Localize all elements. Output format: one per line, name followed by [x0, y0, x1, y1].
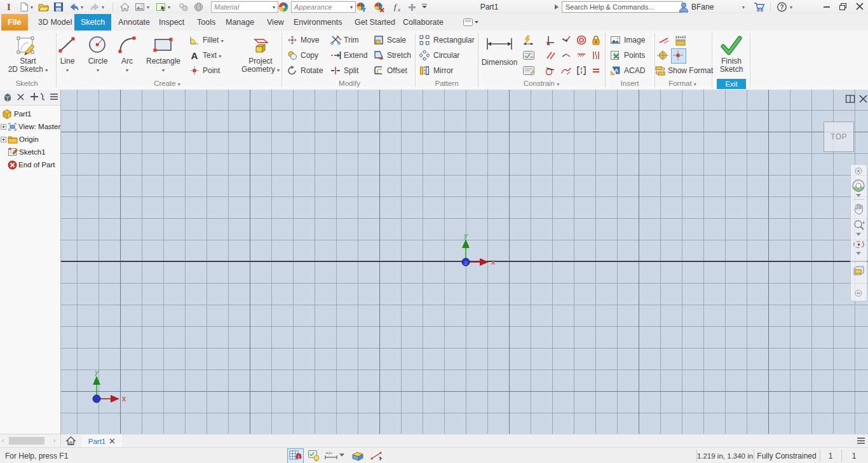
redo-button[interactable] — [90, 2, 100, 12]
scale-button[interactable]: Scale — [387, 36, 406, 45]
line-button[interactable]: Line▾ — [60, 57, 75, 74]
insert-image-button[interactable]: Image — [624, 36, 645, 45]
constraint-settings-icon[interactable] — [522, 66, 535, 76]
point-button[interactable]: Point — [203, 66, 220, 75]
material-dropdown-icon[interactable]: ▾ — [273, 4, 275, 10]
parameters-fx-button[interactable]: fx — [391, 1, 403, 13]
scroll-left-icon[interactable]: ‹ — [2, 437, 4, 444]
adjust-appearance-button[interactable] — [356, 2, 367, 12]
auto-dimension-icon[interactable] — [522, 35, 535, 45]
iproperties-icon[interactable] — [178, 2, 189, 12]
tree-item-label[interactable]: View: Master — [18, 123, 60, 130]
navbar-more-icon[interactable] — [855, 289, 862, 297]
home-button[interactable] — [119, 2, 130, 12]
infer-constraints-icon[interactable] — [308, 450, 320, 462]
tree-item-label[interactable]: Sketch1 — [19, 148, 46, 156]
dimension-button[interactable]: Dimension — [482, 59, 518, 67]
offset-button[interactable]: Offset — [387, 66, 407, 75]
project-geometry-button[interactable]: ProjectGeometry ▾ — [241, 57, 280, 74]
circular-pattern-button[interactable]: Circular — [433, 51, 459, 60]
tree-item-part1[interactable]: Part1 — [0, 107, 60, 120]
browser-scrollbar[interactable]: ‹ › — [0, 434, 61, 448]
title-flyout-arrow-icon[interactable] — [554, 4, 559, 10]
dimension-display-icon[interactable]: +/− — [324, 450, 338, 461]
tab-annotate[interactable]: Annotate — [112, 14, 156, 31]
tab-collaborate[interactable]: Collaborate — [397, 14, 450, 31]
home-tab-icon[interactable] — [65, 436, 76, 446]
extend-button[interactable]: Extend — [344, 51, 367, 60]
grid-snap-toggle[interactable] — [287, 448, 304, 463]
tab-view[interactable]: View — [261, 14, 290, 31]
text-button[interactable]: Text ▾ — [203, 51, 221, 60]
move-button[interactable]: Move — [301, 36, 319, 45]
smooth-constraint-icon[interactable] — [561, 66, 571, 76]
tree-item-label[interactable]: Part1 — [14, 110, 32, 118]
navbar-orbit-dropdown[interactable] — [856, 252, 861, 255]
coincident-constraint-icon[interactable] — [561, 35, 571, 45]
circle-button[interactable]: Circle▾ — [88, 57, 108, 74]
driven-dimension-icon[interactable]: H×H — [674, 34, 688, 46]
appearance-combobox[interactable]: Appearance▾ — [291, 1, 356, 13]
fillet-button[interactable]: Fillet ▾ — [203, 36, 224, 45]
tree-item-label[interactable]: End of Part — [18, 161, 55, 169]
insert-acad-button[interactable]: ACAD — [624, 66, 645, 75]
lock-constraint-icon[interactable] — [591, 35, 601, 45]
web-icon[interactable] — [193, 2, 204, 12]
tab-environments[interactable]: Environments — [287, 14, 348, 31]
slice-graphics-icon[interactable] — [351, 450, 365, 462]
zoom-icon[interactable]: ± — [853, 219, 865, 231]
ribbon-collapse-button[interactable] — [463, 18, 479, 27]
viewcube[interactable]: TOP — [824, 121, 854, 152]
construction-icon[interactable] — [658, 36, 670, 45]
tree-item-view-master[interactable]: View: Master — [0, 120, 60, 133]
tab-list-menu-icon[interactable] — [857, 437, 865, 445]
tab-get-started[interactable]: Get Started — [348, 14, 402, 31]
perpendicular-constraint-icon[interactable] — [545, 35, 555, 45]
rectangular-pattern-button[interactable]: Rectangular — [433, 36, 475, 45]
arc-button[interactable]: Arc▾ — [121, 57, 133, 74]
panel-label-create[interactable]: Create ▾ — [154, 79, 180, 87]
render-view-button[interactable] — [135, 2, 146, 12]
material-combobox[interactable]: Material▾ — [211, 1, 278, 13]
tree-item-origin[interactable]: Origin — [0, 133, 60, 146]
trim-button[interactable]: Trim — [344, 36, 359, 45]
dof-icon[interactable] — [370, 450, 384, 462]
rotate-button[interactable]: Rotate — [301, 66, 323, 75]
look-at-icon[interactable] — [853, 265, 865, 277]
split-button[interactable]: Split — [344, 66, 358, 75]
tab-3d-model[interactable]: 3D Model — [32, 14, 79, 31]
panel-label-constrain[interactable]: Constrain ▾ — [524, 79, 559, 87]
undo-button[interactable] — [69, 2, 79, 12]
concentric-constraint-icon[interactable] — [576, 35, 587, 45]
select-window-button[interactable] — [156, 2, 167, 12]
tab-manage[interactable]: Manage — [219, 14, 261, 31]
browser-add-icon[interactable] — [30, 92, 39, 101]
store-cart-icon[interactable] — [754, 2, 765, 12]
tab-inspect[interactable]: Inspect — [153, 14, 191, 31]
copy-button[interactable]: Copy — [301, 51, 318, 60]
browser-close-icon[interactable] — [17, 93, 25, 101]
equal-hatch-constraint-icon[interactable] — [576, 50, 587, 60]
save-button[interactable] — [53, 2, 64, 12]
split-view-button[interactable] — [845, 94, 855, 104]
appearance-dropdown-icon[interactable]: ▾ — [350, 4, 353, 10]
browser-menu-icon[interactable] — [50, 93, 58, 100]
select-window-dropdown[interactable]: ▾ — [168, 5, 170, 10]
new-file-dropdown[interactable]: ▾ — [31, 5, 33, 10]
tab-sketch[interactable]: Sketch — [74, 14, 111, 31]
browser-filter-icon[interactable] — [39, 92, 47, 101]
tree-item-end-of-part[interactable]: End of Part — [0, 158, 60, 171]
navbar-zoom-dropdown[interactable] — [856, 233, 861, 236]
browser-cube-icon[interactable] — [3, 92, 13, 102]
new-file-button[interactable] — [19, 2, 29, 12]
stretch-button[interactable]: Stretch — [387, 51, 411, 60]
user-dropdown[interactable]: ▾ — [742, 5, 745, 10]
navbar-wheel-dropdown[interactable] — [856, 194, 861, 197]
tangent-constraint-icon[interactable] — [545, 66, 555, 76]
document-tab-label[interactable]: Part1 — [88, 438, 106, 445]
pan-hand-icon[interactable] — [853, 203, 864, 214]
help-dropdown[interactable]: ▾ — [790, 5, 792, 10]
origin-ucs-marker[interactable]: y x 2 — [448, 230, 498, 270]
finish-sketch-button[interactable]: FinishSketch — [720, 57, 743, 74]
navigation-wheel-icon[interactable] — [851, 179, 865, 193]
